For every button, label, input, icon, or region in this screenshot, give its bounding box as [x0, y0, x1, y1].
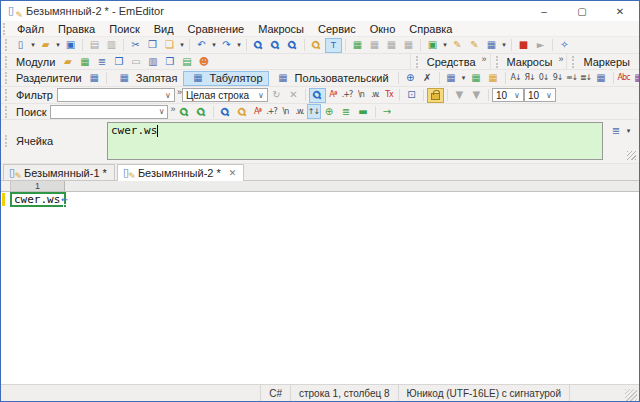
chevron-down-icon[interactable]: ∨ — [156, 107, 165, 116]
filter-apply-toggle[interactable]: Ϙ — [309, 88, 326, 103]
paste-button[interactable]: ❏ — [161, 38, 178, 53]
toolbar-grip[interactable] — [496, 56, 500, 68]
undo-button[interactable]: ↶ — [193, 38, 210, 53]
reload-encoding-dropdown[interactable]: ▾ — [441, 41, 449, 49]
plugin-outline-icon[interactable]: ≣ — [93, 54, 110, 69]
save-button[interactable]: ▣ — [62, 38, 79, 53]
toolbar-grip[interactable] — [5, 89, 9, 101]
open-file-dropdown[interactable]: ▾ — [54, 41, 62, 49]
search-input[interactable]: ∨ — [50, 105, 168, 119]
maximize-button[interactable]: ▢ — [563, 1, 601, 21]
status-syntax[interactable]: C# — [260, 385, 290, 401]
highlight-search-toggle[interactable]: т — [325, 38, 342, 53]
csv-tools-button[interactable]: ✗ — [419, 71, 436, 86]
filter-column-button[interactable]: ⊡ — [403, 88, 420, 103]
sort-length-desc-button[interactable]: ≣↓ — [579, 71, 593, 86]
cell-options-button[interactable]: ≣ ▾ — [608, 123, 633, 138]
paste-dropdown[interactable]: ▾ — [178, 41, 186, 49]
tab-document-1[interactable]: ▯ ✎ Безымянный-1 * — [3, 164, 115, 180]
sync-scroll-h-button[interactable]: ▦ — [383, 38, 400, 53]
menu-search[interactable]: Поиск — [102, 21, 146, 36]
plugin-wordcomplete-icon[interactable]: ☻ — [195, 54, 212, 69]
column-header-1[interactable]: 1 — [11, 181, 65, 191]
delimiter-tab-button[interactable]: ▦ Табулятор — [183, 71, 268, 86]
sort-za-button[interactable]: Я↓ — [523, 71, 537, 86]
filter-lines-after-select[interactable]: 10 ∨ — [524, 88, 556, 102]
cut-button[interactable]: ✂ — [127, 38, 144, 53]
menu-file[interactable]: Файл — [10, 21, 51, 36]
new-file-button[interactable]: ▯ — [12, 38, 29, 53]
sort-az-button[interactable]: А↓ — [509, 71, 523, 86]
menu-compare[interactable]: Сравнение — [181, 21, 252, 36]
pivot-table-button[interactable]: ▦ — [631, 71, 640, 86]
toolbar-grip[interactable] — [416, 56, 420, 68]
redo-button[interactable]: ↷ — [218, 38, 235, 53]
print-button[interactable]: ▤ — [86, 38, 103, 53]
cell-edit-box[interactable]: cwer.ws — [107, 122, 603, 160]
reset-compare-button[interactable]: ▦ — [400, 38, 417, 53]
active-cell[interactable]: cwer.ws ← — [10, 192, 66, 207]
sort-date-button[interactable]: ▦ — [593, 71, 610, 86]
search-overflow-chevron[interactable]: » — [170, 104, 175, 114]
reload-encoding-button[interactable]: ▣ — [424, 38, 441, 53]
find-in-files-button[interactable]: Ϙ — [284, 38, 301, 53]
filter-lock-toggle[interactable] — [427, 88, 444, 103]
resize-grip[interactable] — [625, 389, 637, 401]
new-file-dropdown[interactable]: ▾ — [29, 41, 37, 49]
tab-close-button[interactable]: ✕ — [229, 168, 237, 178]
chevron-down-icon[interactable]: ∨ — [543, 91, 552, 100]
filter-clear-button[interactable]: ✕ — [285, 88, 302, 103]
editor-canvas[interactable]: cwer.ws ← — [1, 192, 639, 384]
chevron-down-icon[interactable]: ∨ — [255, 91, 264, 100]
filter-remove-text-button[interactable]: Тx — [382, 88, 396, 103]
go-button[interactable]: → — [379, 104, 396, 119]
cell-fill-handle[interactable] — [63, 204, 67, 208]
toolbar-grip[interactable] — [5, 56, 9, 68]
properties-current-button[interactable]: ✎ — [449, 38, 466, 53]
filter-match-case-toggle[interactable]: Aª — [326, 88, 340, 103]
plugin-projects-icon[interactable]: ▭ — [127, 54, 144, 69]
menu-window[interactable]: Окно — [363, 21, 403, 36]
csv-convert-button[interactable]: ⊕ — [402, 71, 419, 86]
tab-document-2[interactable]: ▯ ✎ Безымянный-2 * ✕ — [117, 164, 244, 181]
csv-grid-button-1[interactable]: ▦ — [468, 71, 485, 86]
sort-num-asc-button[interactable]: 0↓ — [537, 71, 551, 86]
open-file-button[interactable]: ▰ — [37, 38, 54, 53]
column-format-dropdown[interactable]: ▾ — [460, 74, 468, 82]
column-format-button[interactable]: ▦ — [443, 71, 460, 86]
toolbar-grip[interactable] — [572, 56, 576, 68]
chevron-down-icon[interactable]: ∨ — [162, 91, 171, 100]
search-regex-toggle[interactable]: .+? — [265, 104, 279, 119]
menu-edit[interactable]: Правка — [51, 21, 102, 36]
web-search-button[interactable]: ⊕ — [321, 104, 338, 119]
print-preview-button[interactable]: ▥ — [103, 38, 120, 53]
csv-grid-button-2[interactable]: ▦ — [485, 71, 502, 86]
find-next-button[interactable]: Ϙ — [176, 104, 193, 119]
plugin-htmlbar-icon[interactable]: ▦ — [76, 54, 93, 69]
plugin-webpreview-icon[interactable]: ▤ — [178, 54, 195, 69]
find-in-files-bar-button[interactable]: Ϙ — [234, 104, 251, 119]
search-in-folder-button[interactable]: Ϙ — [308, 38, 325, 53]
macros-overflow-chevron[interactable]: » — [558, 54, 563, 64]
plugin-search-icon[interactable]: ▥ — [144, 54, 161, 69]
app-icon[interactable]: ▯ ✎ — [7, 5, 21, 18]
search-match-case-toggle[interactable]: Aª — [251, 104, 265, 119]
filter-overflow-chevron[interactable]: » — [177, 87, 182, 97]
toolbar-grip[interactable] — [5, 72, 9, 84]
sort-num-desc-button[interactable]: 9↓ — [551, 71, 565, 86]
find-dialog-button[interactable]: Ϙ — [217, 104, 234, 119]
search-direction-toggle[interactable]: ↑↓ — [307, 104, 321, 119]
display-results-button[interactable]: ▬ — [355, 104, 372, 119]
replace-button[interactable]: Ϙ — [267, 38, 284, 53]
filter-extract-button[interactable]: ▼ — [468, 88, 485, 103]
plugin-explorer-icon[interactable]: ▰ — [59, 54, 76, 69]
filter-negative-button[interactable]: ▼ — [451, 88, 468, 103]
tools-overflow-chevron[interactable]: » — [482, 54, 487, 64]
filter-regex-toggle[interactable]: .+? — [340, 88, 354, 103]
delimiter-custom-button[interactable]: ▦ Пользовательский — [269, 71, 395, 86]
search-escape-toggle[interactable]: \n — [279, 104, 293, 119]
delete-duplicates-button[interactable]: Abc — [617, 71, 631, 86]
record-macro-button[interactable]: ■ — [515, 38, 532, 53]
chevron-down-icon[interactable]: ∨ — [511, 91, 520, 100]
find-button[interactable]: Ϙ — [250, 38, 267, 53]
